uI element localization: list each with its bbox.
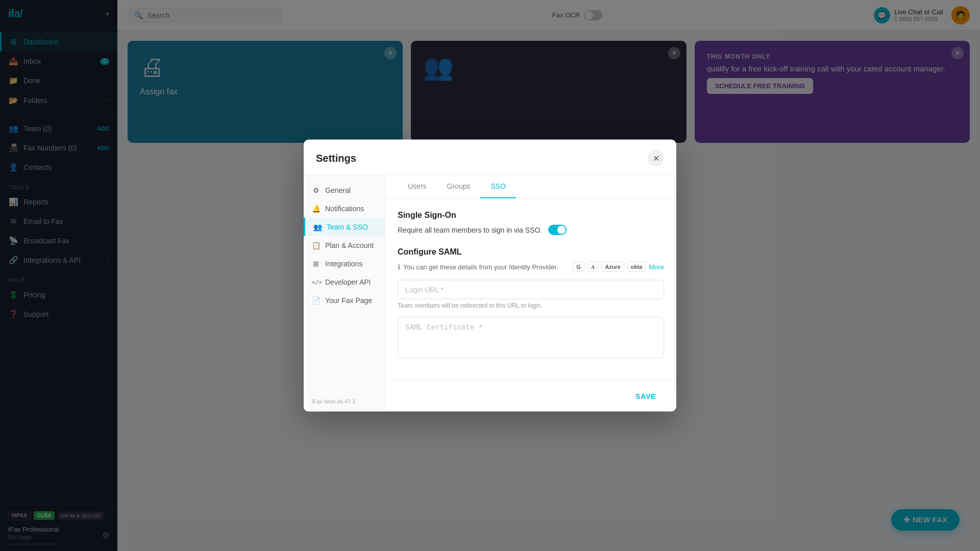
configure-saml-title: Configure SAML	[398, 247, 664, 257]
general-icon: ⚙	[312, 186, 320, 194]
settings-nav-your-fax-page[interactable]: 📄 Your Fax Page	[304, 291, 385, 310]
save-button[interactable]: SAVE	[627, 388, 664, 405]
settings-nav-integrations[interactable]: ⊞ Integrations	[304, 255, 385, 273]
settings-nav-general[interactable]: ⚙ General	[304, 181, 385, 199]
sso-toggle-switch[interactable]	[548, 225, 567, 235]
modal-header: Settings ✕	[304, 140, 676, 175]
team-sso-icon: 👥	[313, 223, 322, 231]
tab-sso[interactable]: SSO	[480, 175, 516, 198]
saml-cert-input[interactable]	[398, 317, 664, 358]
settings-nav-notifications[interactable]: 🔔 Notifications	[304, 199, 385, 218]
sso-toggle-knob	[557, 226, 566, 234]
plan-account-label: Plan & Account	[325, 241, 374, 249]
settings-nav: ⚙ General 🔔 Notifications 👥 Team & SSO 📋…	[304, 175, 385, 412]
developer-api-label: Developer API	[325, 278, 371, 286]
tab-users[interactable]: Users	[398, 175, 437, 198]
general-label: General	[325, 186, 351, 194]
settings-nav-team-sso[interactable]: 👥 Team & SSO	[304, 218, 385, 236]
provider-more-button[interactable]: More	[649, 263, 664, 270]
settings-modal: Settings ✕ ⚙ General 🔔 Notifications 👥 T…	[304, 140, 676, 412]
okta-provider-logo: okta	[627, 262, 646, 272]
login-url-input[interactable]	[398, 280, 664, 299]
settings-nav-plan-account[interactable]: 📋 Plan & Account	[304, 236, 385, 255]
notifications-label: Notifications	[325, 205, 364, 213]
modal-close-button[interactable]: ✕	[648, 150, 664, 166]
plan-account-icon: 📋	[312, 241, 320, 249]
saml-info-icon: ℹ	[398, 263, 400, 271]
tab-groups[interactable]: Groups	[437, 175, 481, 198]
provider-logos: G A Azure okta More	[573, 262, 664, 272]
saml-info-text: You can get these details from your Iden…	[403, 263, 558, 270]
login-url-field: Team members will be redirected to this …	[398, 280, 664, 309]
sso-content: Single Sign-On Require all team members …	[385, 198, 676, 381]
saml-cert-field	[398, 317, 664, 360]
app-version: iFax Web v6.47.3	[312, 398, 355, 405]
settings-nav-developer-api[interactable]: </> Developer API	[304, 273, 385, 291]
settings-content: Users Groups SSO Single Sign-On Require …	[385, 175, 676, 412]
single-sign-on-title: Single Sign-On	[398, 211, 664, 220]
aws-provider-logo: A	[587, 262, 598, 272]
your-fax-page-label: Your Fax Page	[325, 296, 372, 305]
integrations-icon: ⊞	[312, 260, 320, 268]
modal-footer: SAVE	[385, 381, 676, 412]
sso-tabs: Users Groups SSO	[385, 175, 676, 198]
notifications-icon: 🔔	[312, 205, 320, 213]
integrations-label: Integrations	[325, 260, 362, 268]
login-url-hint: Team members will be redirected to this …	[398, 302, 664, 309]
modal-title: Settings	[316, 152, 356, 164]
your-fax-page-icon: 📄	[312, 296, 320, 305]
team-sso-label: Team & SSO	[327, 223, 368, 231]
azure-provider-logo: Azure	[601, 262, 624, 272]
modal-body: ⚙ General 🔔 Notifications 👥 Team & SSO 📋…	[304, 175, 676, 412]
sso-toggle-row: Require all team members to sign in via …	[398, 225, 664, 235]
sso-toggle-label: Require all team members to sign in via …	[398, 226, 542, 234]
saml-info-row: ℹ You can get these details from your Id…	[398, 262, 664, 272]
google-provider-logo: G	[573, 262, 584, 272]
developer-api-icon: </>	[312, 279, 320, 285]
